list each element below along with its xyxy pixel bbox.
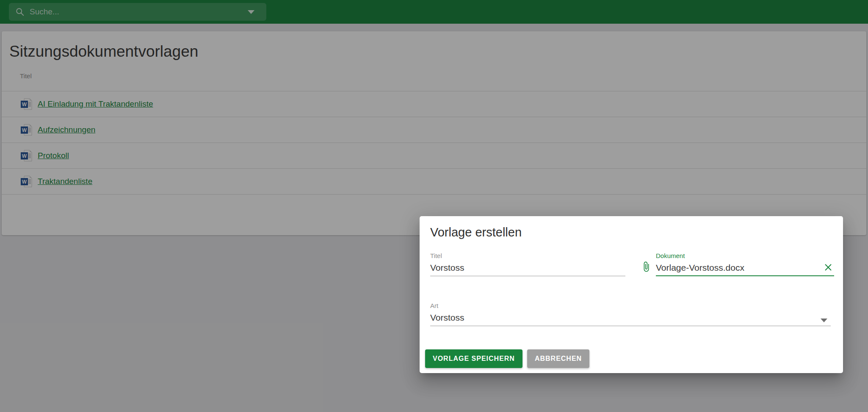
create-template-dialog: Vorlage erstellen Titel Dokument Art Vor… — [420, 216, 843, 373]
dokument-field-label: Dokument — [656, 253, 834, 259]
dialog-actions: VORLAGE SPEICHERN ABBRECHEN — [425, 349, 589, 368]
chevron-down-icon — [821, 319, 827, 322]
dialog-title: Vorlage erstellen — [430, 225, 522, 239]
dokument-field: Dokument — [656, 253, 834, 276]
attachment-icon[interactable] — [641, 260, 652, 273]
save-template-button[interactable]: VORLAGE SPEICHERN — [425, 349, 522, 368]
dokument-input[interactable] — [656, 262, 834, 276]
titel-input[interactable] — [430, 262, 625, 276]
clear-icon[interactable] — [824, 263, 833, 272]
cancel-button[interactable]: ABBRECHEN — [527, 349, 589, 368]
titel-field-label: Titel — [430, 253, 625, 259]
art-select-value: Vorstoss — [430, 312, 831, 326]
titel-field: Titel — [430, 253, 625, 276]
art-select-label: Art — [430, 302, 831, 309]
art-select[interactable]: Art Vorstoss — [430, 302, 831, 326]
